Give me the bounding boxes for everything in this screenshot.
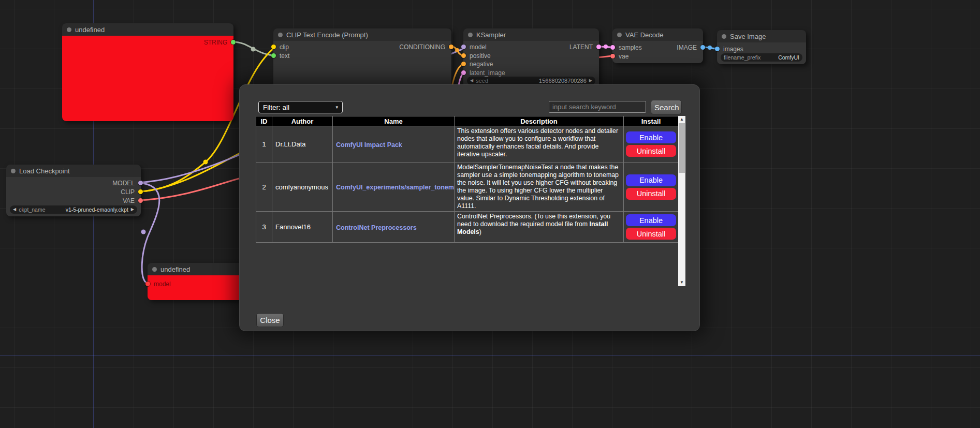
- ext-author: Fannovel16: [272, 212, 333, 243]
- custom-nodes-dialog: Filter: all ▾ Search ID Author Name Desc…: [239, 84, 700, 331]
- ext-link[interactable]: ComfyUI Impact Pack: [336, 141, 402, 149]
- node-collapse-icon[interactable]: [11, 169, 16, 173]
- seed-widget[interactable]: ◀ seed 156680208700286 ▶: [467, 77, 595, 85]
- node-title-bar[interactable]: KSampler: [463, 28, 599, 41]
- decrement-arrow-icon[interactable]: ◀: [470, 77, 473, 85]
- col-header-author: Author: [272, 116, 333, 126]
- input-label: model: [154, 281, 171, 288]
- input-slot-images[interactable]: [715, 47, 720, 51]
- output-slot-latent[interactable]: [596, 45, 601, 49]
- output-label: MODEL: [112, 180, 135, 187]
- ext-id: 3: [256, 212, 272, 243]
- uninstall-button[interactable]: Uninstall: [626, 188, 676, 200]
- widget-value: v1-5-pruned-emaonly.ckpt: [66, 206, 128, 213]
- node-collapse-icon[interactable]: [722, 34, 726, 39]
- output-slot-clip[interactable]: [138, 189, 143, 194]
- decrement-arrow-icon[interactable]: ◀: [13, 205, 16, 214]
- node-undefined-top[interactable]: undefined STRING: [62, 23, 233, 121]
- uninstall-button[interactable]: Uninstall: [626, 228, 676, 240]
- node-title: VAE Decode: [625, 31, 663, 39]
- node-title-bar[interactable]: Load Checkpoint: [6, 165, 141, 177]
- table-scrollbar[interactable]: ▲ ▼: [678, 116, 685, 286]
- node-title-bar[interactable]: VAE Decode: [612, 28, 703, 41]
- node-title-bar[interactable]: Save Image: [717, 30, 806, 42]
- enable-button[interactable]: Enable: [626, 214, 676, 226]
- ext-link[interactable]: ControlNet Preprocessors: [336, 224, 417, 231]
- output-slot-model[interactable]: [138, 181, 143, 185]
- increment-arrow-icon[interactable]: ▶: [131, 205, 134, 214]
- input-slot-samples[interactable]: [610, 45, 615, 50]
- enable-button[interactable]: Enable: [626, 174, 676, 186]
- input-slot-model[interactable]: [145, 282, 150, 286]
- ext-author: comfyanonymous: [272, 163, 333, 212]
- node-vae-decode[interactable]: VAE Decode samples vae IMAGE: [612, 28, 703, 63]
- link-dot: [141, 230, 146, 234]
- extensions-table: ID Author Name Description Install 1 Dr.…: [256, 116, 679, 243]
- node-title-bar[interactable]: undefined: [62, 23, 233, 36]
- increment-arrow-icon[interactable]: ▶: [589, 77, 592, 85]
- widget-label: seed: [476, 78, 488, 84]
- node-collapse-icon[interactable]: [67, 27, 71, 32]
- col-header-name: Name: [333, 116, 455, 126]
- node-title: Load Checkpoint: [19, 167, 70, 175]
- ext-link[interactable]: ComfyUI_experiments/sampler_tonemap: [336, 184, 455, 191]
- ext-description: ModelSamplerTonemapNoiseTest a node that…: [455, 163, 624, 212]
- input-slot-latent-image[interactable]: [461, 70, 466, 75]
- ext-id: 2: [256, 163, 272, 212]
- output-label: IMAGE: [677, 44, 697, 51]
- input-label: negative: [470, 61, 493, 68]
- search-input[interactable]: [549, 101, 646, 113]
- node-load-checkpoint[interactable]: Load Checkpoint MODEL CLIP VAE ◀ ckpt_na…: [6, 165, 141, 216]
- output-label: STRING: [204, 39, 227, 46]
- node-undefined-bottom[interactable]: undefined model: [148, 263, 246, 300]
- node-collapse-icon[interactable]: [278, 33, 283, 37]
- output-slot-string[interactable]: [231, 40, 236, 45]
- scroll-down-icon[interactable]: ▼: [678, 279, 685, 286]
- node-title: undefined: [160, 265, 190, 273]
- table-row: 1 Dr.Lt.Data ComfyUI Impact Pack This ex…: [256, 126, 679, 163]
- table-header-row: ID Author Name Description Install: [256, 116, 679, 126]
- ext-id: 1: [256, 126, 272, 163]
- uninstall-button[interactable]: Uninstall: [626, 145, 676, 157]
- widget-value: ComfyUI: [778, 54, 799, 61]
- node-collapse-icon[interactable]: [468, 33, 473, 37]
- ckpt-name-widget[interactable]: ◀ ckpt_name v1-5-pruned-emaonly.ckpt ▶: [10, 205, 137, 214]
- widget-label: ckpt_name: [19, 206, 45, 213]
- input-label: model: [470, 43, 487, 51]
- node-title: KSampler: [476, 31, 506, 39]
- input-label: latent_image: [470, 69, 505, 77]
- scroll-up-icon[interactable]: ▲: [678, 116, 685, 123]
- link-dot: [455, 48, 459, 52]
- input-slot-negative[interactable]: [461, 62, 466, 66]
- node-save-image[interactable]: Save Image images filename_prefix ComfyU…: [717, 30, 806, 64]
- scrollbar-thumb[interactable]: [679, 123, 685, 173]
- node-collapse-icon[interactable]: [617, 33, 622, 37]
- node-title: undefined: [75, 26, 105, 34]
- node-title: Save Image: [730, 33, 766, 40]
- input-slot-vae[interactable]: [610, 54, 615, 58]
- node-ksampler[interactable]: KSampler model positive negative latent_…: [463, 28, 599, 93]
- input-label: vae: [619, 53, 628, 60]
- input-label: clip: [280, 43, 289, 51]
- output-slot-image[interactable]: [700, 45, 705, 50]
- filter-dropdown[interactable]: Filter: all ▾: [258, 101, 343, 113]
- enable-button[interactable]: Enable: [626, 131, 676, 143]
- node-title-bar[interactable]: undefined: [148, 263, 246, 275]
- comfyui-canvas[interactable]: undefined STRING CLIP Text Encode (Promp…: [0, 0, 980, 428]
- output-label: VAE: [123, 197, 135, 204]
- input-slot-positive[interactable]: [461, 53, 466, 58]
- node-title-bar[interactable]: CLIP Text Encode (Prompt): [273, 28, 451, 41]
- filename-prefix-widget[interactable]: filename_prefix ComfyUI: [721, 53, 802, 62]
- link-dot: [251, 47, 256, 52]
- col-header-description: Description: [455, 116, 624, 126]
- node-collapse-icon[interactable]: [152, 267, 157, 272]
- chevron-down-icon: ▾: [335, 105, 338, 110]
- input-slot-clip[interactable]: [271, 45, 276, 49]
- input-slot-text[interactable]: [271, 53, 276, 58]
- close-button[interactable]: Close: [256, 313, 284, 327]
- output-slot-vae[interactable]: [138, 198, 143, 203]
- input-slot-model[interactable]: [461, 45, 466, 49]
- search-button[interactable]: Search: [651, 100, 682, 114]
- ext-description: ControlNet Preprocessors. (To use this e…: [455, 212, 624, 243]
- output-slot-conditioning[interactable]: [449, 45, 454, 49]
